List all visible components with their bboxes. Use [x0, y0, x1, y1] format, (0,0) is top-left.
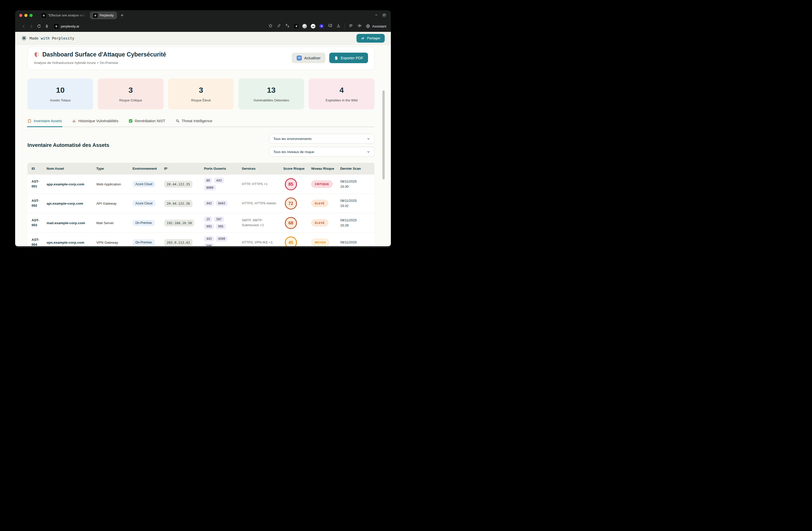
inventory-heading: Inventaire Automatisé des Assets	[27, 142, 109, 148]
gray-orb-extension-icon[interactable]	[302, 24, 307, 29]
tab-threat-intelligence[interactable]: Threat Intelligence	[176, 119, 212, 127]
tab-title: "Effectue une analyse exhau	[48, 14, 86, 17]
close-window-button[interactable]	[19, 14, 22, 17]
environment-badge: On-Premise	[133, 239, 155, 245]
url-text: perplexity.ai	[61, 24, 79, 28]
asset-name: app.example-corp.com	[47, 182, 84, 186]
col-score-risque: Score Risque	[281, 163, 309, 175]
perplexity-logo-icon	[42, 13, 46, 18]
page-subtitle: Analyse de l'infrastructure hybride Azur…	[34, 61, 166, 65]
dashboard-title-card: Dashboard Surface d'Attaque Cybersécurit…	[27, 47, 374, 70]
stat-label: Vulnérabilités Détectées	[253, 98, 289, 102]
assistant-swirl-icon	[366, 24, 370, 29]
rm-extension-icon[interactable]: rM	[311, 24, 315, 29]
port-badge: 443	[204, 201, 214, 206]
last-scan: 08/11/2025	[340, 240, 372, 245]
filter-value: Tous les environnements	[273, 137, 311, 141]
table-row: AST-001 app.example-corp.com Web Applica…	[27, 175, 374, 194]
col-type: Type	[94, 163, 130, 175]
export-pdf-button[interactable]: Exporter PDF	[329, 53, 368, 63]
toolbar-divider	[345, 24, 345, 29]
asset-type: API Gateway	[96, 202, 117, 205]
bookmark-star-icon[interactable]	[268, 23, 273, 29]
inventory-header-row: Inventaire Automatisé des Assets Tous le…	[27, 134, 374, 157]
col-dernier-scan: Dernier Scan	[338, 163, 374, 175]
profile-sphere-icon[interactable]	[382, 13, 387, 18]
refresh-icon: ⟳	[297, 56, 302, 61]
port-badge: 4500	[216, 236, 228, 242]
n-extension-icon[interactable]: N	[319, 24, 324, 29]
filter-value: Tous les niveaux de risque	[273, 150, 314, 154]
zoom-window-button[interactable]	[30, 14, 33, 17]
environment-badge: Azure Cloud	[133, 181, 155, 187]
port-badge: 25	[204, 216, 212, 222]
copy-link-icon[interactable]	[277, 23, 281, 29]
browser-tab-1[interactable]: "Effectue une analyse exhau	[38, 12, 90, 19]
browser-tab-2-active[interactable]: Perplexity	[90, 12, 117, 19]
asset-id: AST-003	[32, 218, 39, 227]
asset-type: Mail Server	[96, 221, 114, 225]
back-icon[interactable]	[20, 22, 27, 30]
refresh-button[interactable]: ⟳ Actualiser	[292, 53, 325, 63]
risk-level-filter-select[interactable]: Tous les niveaux de risque	[269, 147, 374, 157]
stat-value: 10	[56, 86, 64, 95]
table-row: AST-004 vpn.example-corp.com VPN Gateway…	[27, 233, 374, 246]
chevron-down-icon[interactable]	[374, 13, 378, 18]
n-badge-text: N	[321, 25, 323, 28]
asset-id: AST-001	[32, 180, 39, 188]
port-badge: 8443	[216, 201, 228, 206]
chevron-down-icon	[366, 150, 370, 154]
port-badge: 500	[204, 243, 214, 246]
last-scan: 08/11/2025 15:30	[340, 179, 372, 189]
web-content: Made with Perplexity Partager Dashboard …	[15, 32, 391, 246]
page-scrollbar[interactable]	[382, 90, 385, 180]
tab-title: Perplexity	[100, 14, 114, 17]
extensions-puzzle-icon[interactable]	[328, 23, 332, 29]
assistant-label: Assistant	[372, 24, 386, 28]
stat-value: 3	[129, 86, 133, 95]
risk-level-badge: MOYEN	[311, 239, 329, 246]
reading-list-icon[interactable]	[349, 23, 353, 29]
browser-window: "Effectue une analyse exhau Perplexity +	[15, 10, 391, 248]
ports-list: 443 4500 500	[204, 236, 235, 246]
perplexity-logo-icon	[93, 13, 98, 18]
voice-waveform-icon[interactable]	[357, 23, 362, 29]
environment-filter-select[interactable]: Tous les environnements	[269, 134, 374, 144]
stat-critical-risk: 3 Risque Critique	[98, 78, 163, 110]
col-environnement: Environnement	[130, 163, 162, 175]
scan-time: 15:30	[340, 184, 372, 189]
col-services: Services	[239, 163, 280, 175]
new-tab-button[interactable]: +	[121, 13, 124, 18]
risk-score-badge: 68	[285, 217, 297, 229]
port-badge: 995	[216, 224, 226, 229]
asset-id: AST-004	[32, 238, 39, 246]
paper-plane-extension-icon[interactable]	[294, 24, 299, 29]
tab-remediation-nist[interactable]: Remédiation NIST	[129, 119, 165, 127]
downloads-icon[interactable]	[336, 23, 341, 29]
microphone-icon[interactable]	[43, 22, 50, 30]
services-text: HTTPS, HTTPS-Admin	[242, 201, 276, 205]
tab-inventaire-assets[interactable]: Inventaire Assets	[27, 119, 62, 127]
share-button[interactable]: Partager	[357, 34, 385, 43]
forward-icon[interactable]	[27, 22, 35, 30]
col-ports-ouverts: Ports Ouverts	[201, 163, 239, 175]
magnifier-icon	[176, 119, 180, 123]
shield-icon	[34, 52, 40, 58]
stat-exploited: 4 Exploitées in the Wild	[309, 78, 374, 110]
col-nom-asset: Nom Asset	[44, 163, 94, 175]
environment-badge: Azure Cloud	[133, 200, 155, 206]
site-favicon	[54, 24, 59, 29]
risk-level-badge: CRITIQUE	[311, 181, 333, 188]
tab-historique-vulnerabilites[interactable]: Historique Vulnérabilités	[72, 119, 118, 127]
dashboard-tabs: Inventaire Assets Historique Vulnérabili…	[27, 119, 374, 127]
assistant-button[interactable]: Assistant	[366, 24, 386, 29]
minimize-window-button[interactable]	[24, 14, 27, 17]
asset-name: mail.example-corp.com	[47, 221, 85, 225]
stat-label: Exploitées in the Wild	[326, 98, 358, 102]
environment-badge: On-Premise	[133, 220, 155, 226]
perplexity-logo-icon	[21, 35, 27, 41]
reload-icon[interactable]	[35, 22, 43, 30]
port-badge: 443	[214, 178, 224, 183]
address-bar[interactable]: perplexity.ai	[54, 24, 79, 29]
translate-icon[interactable]	[285, 23, 290, 29]
